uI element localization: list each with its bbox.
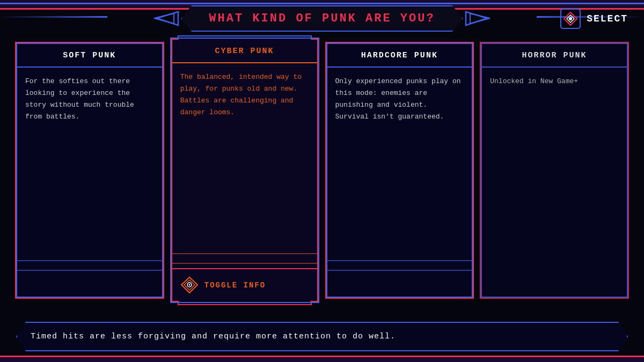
bottom-info-bar: Timed hits are less forgiving and requir…: [16, 322, 628, 351]
svg-marker-1: [154, 13, 174, 24]
select-button[interactable]: SELECT: [531, 8, 628, 29]
svg-point-11: [188, 284, 190, 286]
horror-punk-header: HORROR PUNK: [482, 44, 627, 68]
bottom-info-text: Timed hits are less forgiving and requir…: [31, 332, 396, 341]
hardcore-punk-text: Only experienced punks play on this mode…: [335, 76, 464, 123]
page-title: WHAT KIND OF PUNK ARE YOU?: [209, 12, 435, 25]
svg-marker-2: [466, 12, 487, 25]
header: WHAT KIND OF PUNK ARE YOU? SELECT: [0, 5, 644, 32]
left-chevron-icon: [151, 9, 181, 28]
title-shape: WHAT KIND OF PUNK ARE YOU?: [181, 5, 463, 32]
soft-punk-header: SOFT PUNK: [17, 44, 162, 68]
cards-area: SOFT PUNK For the softies out there look…: [16, 43, 628, 298]
svg-marker-3: [470, 13, 490, 24]
soft-punk-title: SOFT PUNK: [63, 51, 116, 60]
toggle-icon: [180, 276, 199, 294]
svg-marker-0: [157, 12, 178, 25]
soft-punk-card[interactable]: SOFT PUNK For the softies out there look…: [16, 43, 163, 298]
horror-punk-body: Unlocked in New Game+: [482, 68, 627, 275]
soft-punk-body: For the softies out there looking to exp…: [17, 68, 162, 256]
horror-punk-card[interactable]: HORROR PUNK Unlocked in New Game+: [481, 43, 628, 298]
hardcore-punk-divider2: [327, 270, 472, 271]
cyber-punk-header: CYBER PUNK: [172, 40, 317, 63]
hardcore-punk-divider1: [327, 260, 472, 261]
hardcore-punk-body: Only experienced punks play on this mode…: [327, 68, 472, 256]
toggle-label: TOGGLE INFO: [204, 281, 266, 290]
cyber-punk-text: The balanced, intended way to play, for …: [180, 71, 309, 119]
horror-punk-text: Unlocked in New Game+: [490, 76, 619, 87]
right-chevron-icon: [463, 9, 493, 28]
bottom-decorative-bar: [0, 356, 644, 362]
cyber-punk-divider2: [172, 263, 317, 264]
cyber-punk-body: The balanced, intended way to play, for …: [172, 63, 317, 249]
cyber-punk-fold-bottom: [178, 301, 312, 305]
select-label: SELECT: [587, 13, 628, 24]
cyber-punk-card[interactable]: CYBER PUNK The balanced, intended way to…: [171, 39, 318, 302]
hardcore-punk-title: HARDCORE PUNK: [361, 51, 438, 60]
horror-punk-title: HORROR PUNK: [522, 51, 587, 60]
cyber-punk-title: CYBER PUNK: [215, 47, 274, 56]
soft-punk-divider1: [17, 260, 162, 261]
title-container: WHAT KIND OF PUNK ARE YOU?: [113, 5, 531, 32]
select-icon: [560, 8, 581, 29]
cyber-punk-fold-top: [178, 35, 312, 40]
cyber-punk-divider1: [172, 253, 317, 254]
svg-point-7: [569, 17, 572, 20]
cyber-punk-footer: TOGGLE INFO: [172, 268, 317, 301]
hardcore-punk-header: HARDCORE PUNK: [327, 44, 472, 68]
soft-punk-divider2: [17, 270, 162, 271]
hardcore-punk-card[interactable]: HARDCORE PUNK Only experienced punks pla…: [326, 43, 473, 298]
soft-punk-text: For the softies out there looking to exp…: [25, 76, 154, 123]
